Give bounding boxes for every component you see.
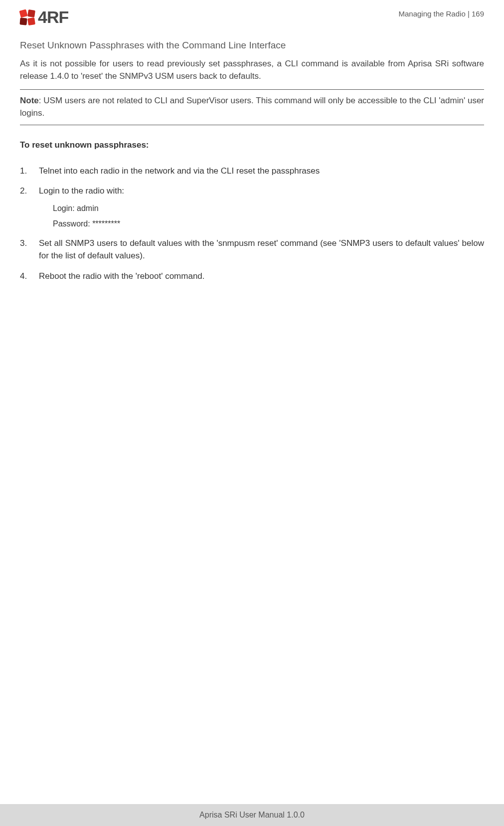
step-2-text: Login to the radio with: xyxy=(39,186,124,196)
procedure-heading: To reset unknown passphrases: xyxy=(20,140,484,150)
logo-icon xyxy=(20,10,35,25)
company-logo: 4RF xyxy=(20,7,68,27)
intro-paragraph: As it is not possible for users to read … xyxy=(20,58,484,82)
note-block: Note: USM users are not related to CLI a… xyxy=(20,89,484,125)
header-sep: | xyxy=(466,9,472,18)
page-footer: Aprisa SRi User Manual 1.0.0 xyxy=(0,804,504,826)
step-1-text: Telnet into each radio in the network an… xyxy=(39,166,320,176)
step-3-text: Set all SNMP3 users to default values wi… xyxy=(39,238,484,260)
step-3: Set all SNMP3 users to default values wi… xyxy=(20,237,484,262)
logo-text: 4RF xyxy=(38,7,68,27)
step-2: Login to the radio with: Login: admin Pa… xyxy=(20,185,484,229)
header-page-number: 169 xyxy=(472,9,484,18)
note-text: : USM users are not related to CLI and S… xyxy=(20,96,484,118)
step-1: Telnet into each radio in the network an… xyxy=(20,165,484,178)
step-4: Reboot the radio with the 'reboot' comma… xyxy=(20,270,484,283)
header-page-info: Managing the Radio | 169 xyxy=(398,7,484,18)
password-line: Password: ********* xyxy=(53,218,484,229)
header-section: Managing the Radio xyxy=(398,9,465,18)
login-line: Login: admin xyxy=(53,203,484,214)
footer-text: Aprisa SRi User Manual 1.0.0 xyxy=(199,811,305,820)
note-label: Note xyxy=(20,96,39,105)
section-title: Reset Unknown Passphrases with the Comma… xyxy=(20,40,484,51)
step-4-text: Reboot the radio with the 'reboot' comma… xyxy=(39,271,205,281)
page-header: 4RF Managing the Radio | 169 xyxy=(20,0,484,32)
steps-list: Telnet into each radio in the network an… xyxy=(20,165,484,283)
step-2-details: Login: admin Password: ********* xyxy=(53,203,484,229)
